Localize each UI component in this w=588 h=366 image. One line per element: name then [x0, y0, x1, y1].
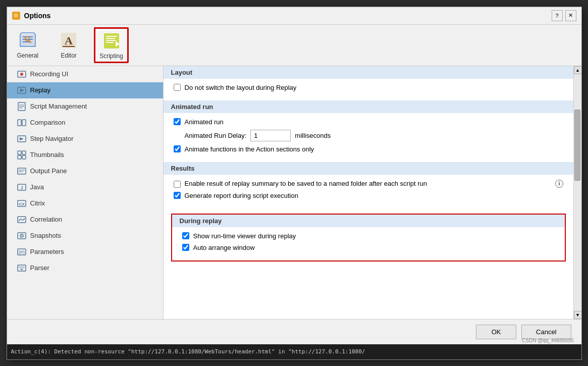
recording-ui-label: Recording UI — [30, 70, 69, 78]
citrix-label: Citrix — [30, 199, 45, 207]
general-icon — [18, 30, 38, 50]
correlation-label: Correlation — [30, 216, 63, 223]
during-replay-header: During replay — [172, 215, 565, 227]
java-icon: J — [17, 183, 26, 192]
animated-run-header: Animated run — [164, 100, 573, 113]
sidebar-item-parameters[interactable]: {P} Parameters — [7, 244, 163, 260]
scroll-thumb[interactable] — [574, 110, 580, 181]
sidebar-item-thumbnails[interactable]: Thumbnails — [7, 147, 163, 163]
title-controls: ? ✕ — [552, 10, 576, 21]
generate-report-checkbox[interactable] — [174, 192, 181, 199]
svg-rect-23 — [22, 120, 26, 126]
watermark: CSDN @qq_44886690 — [522, 338, 573, 343]
close-button[interactable]: ✕ — [565, 10, 576, 21]
svg-rect-9 — [106, 36, 117, 37]
show-runtime-checkbox[interactable] — [182, 232, 189, 239]
output-pane-icon — [17, 167, 26, 176]
layout-header: Layout — [164, 66, 573, 79]
svg-rect-30 — [22, 155, 26, 159]
enable-result-label: Enable result of replay summary to be sa… — [185, 180, 549, 187]
sidebar-item-correlation[interactable]: Correlation — [7, 212, 163, 228]
svg-rect-10 — [106, 38, 115, 39]
svg-rect-11 — [106, 40, 116, 41]
sidebar-item-step-navigator[interactable]: Step Navigator — [7, 131, 163, 147]
thumbnails-icon — [17, 150, 26, 160]
during-replay-section: During replay Show run-time viewer durin… — [171, 214, 566, 262]
svg-point-41 — [21, 235, 22, 236]
comparison-icon — [17, 118, 26, 127]
animated-run-label: Animated run — [185, 118, 224, 126]
dialog-title: Options — [24, 12, 548, 20]
status-bar: Action_c(4): Detected non-resource "http… — [7, 344, 581, 359]
enable-result-checkbox[interactable] — [174, 181, 181, 188]
script-management-label: Script Management — [30, 102, 87, 110]
delay-unit: milliseconds — [295, 132, 331, 139]
during-replay-body: Show run-time viewer during replay Auto … — [172, 227, 565, 260]
snapshots-label: Snapshots — [30, 232, 61, 239]
parser-label: Parser — [30, 264, 49, 272]
info-icon: ℹ — [555, 180, 563, 188]
scripting-icon — [101, 31, 122, 51]
enable-result-row: Enable result of replay summary to be sa… — [174, 180, 563, 188]
svg-text:A: A — [65, 34, 73, 47]
toolbar-editor[interactable]: A Editor — [54, 27, 84, 63]
sidebar-item-citrix[interactable]: CX Citrix — [7, 195, 163, 212]
results-header: Results — [164, 162, 573, 175]
ok-button[interactable]: OK — [476, 325, 516, 339]
general-label: General — [17, 52, 39, 59]
svg-text:{P}: {P} — [18, 250, 24, 255]
sidebar-item-script-management[interactable]: Script Management — [7, 98, 163, 115]
scroll-down-button[interactable]: ▼ — [574, 311, 581, 319]
auto-arrange-row: Auto arrange window — [182, 244, 555, 251]
delay-input[interactable] — [250, 130, 291, 141]
sidebar-item-comparison[interactable]: Comparison — [7, 115, 163, 131]
sidebar-item-recording-ui[interactable]: Recording UI — [7, 66, 163, 82]
dialog-icon: ⚙ — [12, 12, 20, 20]
do-not-switch-checkbox[interactable] — [174, 84, 181, 91]
parameters-icon: {P} — [17, 247, 26, 256]
sidebar-item-replay[interactable]: Replay — [7, 82, 163, 98]
recording-ui-icon — [17, 70, 26, 79]
comparison-label: Comparison — [30, 119, 66, 126]
animated-delay-row: Animated Run Delay: milliseconds — [185, 130, 563, 141]
svg-marker-46 — [20, 269, 24, 271]
animate-functions-row: Animate functions in the Action sections… — [174, 145, 563, 153]
sidebar-item-parser[interactable]: Parser — [7, 260, 163, 276]
svg-rect-12 — [106, 42, 114, 43]
svg-marker-17 — [20, 88, 24, 92]
do-not-switch-label: Do not switch the layout during Replay — [185, 84, 297, 91]
show-runtime-label: Show run-time viewer during replay — [193, 232, 296, 240]
footer: OK Cancel — [7, 319, 581, 344]
scroll-up-button[interactable]: ▲ — [574, 66, 581, 74]
delay-label: Animated Run Delay: — [185, 132, 247, 139]
content-panel: Layout Do not switch the layout during R… — [164, 66, 573, 319]
svg-rect-27 — [18, 151, 21, 154]
sidebar-item-java[interactable]: J Java — [7, 179, 163, 195]
script-management-icon — [17, 102, 26, 111]
animated-run-checkbox[interactable] — [174, 118, 181, 125]
step-navigator-icon — [17, 134, 26, 143]
sidebar-item-output-pane[interactable]: Output Pane — [7, 163, 163, 179]
editor-icon: A — [59, 30, 79, 50]
animate-functions-checkbox[interactable] — [174, 145, 181, 152]
sidebar-item-snapshots[interactable]: Snapshots — [7, 228, 163, 244]
auto-arrange-checkbox[interactable] — [182, 244, 189, 251]
generate-report-label: Generate report during script execution — [185, 192, 298, 199]
replay-icon — [17, 86, 26, 95]
toolbar-general[interactable]: General — [12, 27, 44, 63]
layout-body: Do not switch the layout during Replay — [164, 79, 573, 100]
svg-text:CX: CX — [19, 202, 25, 206]
svg-rect-28 — [22, 151, 26, 154]
cancel-button[interactable]: Cancel — [521, 325, 571, 339]
sidebar: Recording UI Replay — [7, 66, 164, 319]
generate-report-row: Generate report during script execution — [174, 192, 563, 199]
parameters-label: Parameters — [30, 248, 64, 255]
auto-arrange-label: Auto arrange window — [193, 244, 255, 251]
content-scrollbar[interactable]: ▲ ▼ — [573, 66, 581, 319]
toolbar-scripting[interactable]: Scripting — [94, 27, 129, 63]
help-button[interactable]: ? — [552, 10, 563, 21]
output-pane-label: Output Pane — [30, 167, 67, 175]
thumbnails-label: Thumbnails — [30, 151, 64, 159]
correlation-icon — [17, 215, 26, 224]
options-dialog: ⚙ Options ? ✕ General — [7, 7, 582, 360]
